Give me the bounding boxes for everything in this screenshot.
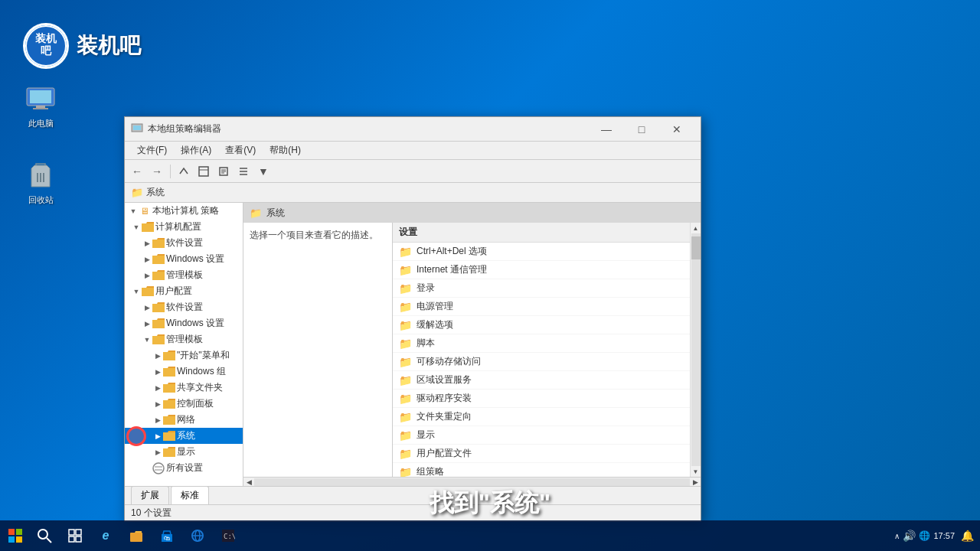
sw2-folder-icon [152, 302, 165, 313]
taskbar-icons: e 🛍 [58, 522, 245, 549]
start-button[interactable] [0, 520, 31, 551]
settings-item-display[interactable]: 📁 显示 [393, 426, 690, 445]
settings-item-user-profiles[interactable]: 📁 用户配置文件 [393, 445, 690, 463]
root-expand-icon: ▼ [128, 206, 139, 217]
ie-button[interactable] [184, 522, 211, 549]
settings-item-login[interactable]: 📁 登录 [393, 279, 690, 298]
tree-windows-settings-2[interactable]: ▶ Windows 设置 [125, 315, 243, 331]
edge-button[interactable]: e [92, 522, 119, 549]
file-explorer-button[interactable] [122, 522, 150, 549]
close-button[interactable]: ✕ [659, 117, 694, 142]
back-button[interactable]: ← [128, 162, 146, 181]
status-bar: 10 个设置 [125, 504, 701, 521]
svg-rect-29 [69, 536, 74, 542]
taskbar-clock[interactable]: 17:57 [933, 530, 955, 541]
settings-item-folder-redirect[interactable]: 📁 文件夹重定向 [393, 408, 690, 426]
filter-button[interactable]: ▼ [254, 162, 273, 181]
vertical-scrollbar[interactable]: ▲ ▼ [690, 223, 701, 477]
tree-system[interactable]: ▶ 系统 [125, 428, 243, 444]
tree-control-panel[interactable]: ▶ 控制面板 [125, 396, 243, 412]
right-split: 选择一个项目来查看它的描述。 设置 📁 Ctrl+Alt+Del 选项 [243, 223, 701, 477]
settings-item-script[interactable]: 📁 脚本 [393, 334, 690, 353]
settings-item-driver[interactable]: 📁 驱动程序安装 [393, 390, 690, 408]
hscroll-left-button[interactable]: ◀ [243, 478, 254, 487]
sw1-folder-icon [152, 238, 165, 249]
status-text: 10 个设置 [131, 507, 172, 520]
all-settings-label: 所有设置 [166, 461, 243, 474]
settings-item-removable[interactable]: 📁 可移动存储访问 [393, 353, 690, 371]
tree-user-config[interactable]: ▼ 用户配置 [125, 283, 243, 299]
tree-software-1[interactable]: ▶ 软件设置 [125, 235, 243, 251]
menu-help[interactable]: 帮助(H) [263, 142, 307, 158]
taskbar-speaker-icon[interactable]: 🔊 [903, 530, 916, 542]
content-area: ▼ 🖥 本地计算机 策略 ▼ 计算机配置 ▶ 软 [125, 203, 701, 486]
desktop-icon-pc[interactable]: 此电脑 [14, 84, 67, 129]
forward-button[interactable]: → [148, 162, 166, 181]
scroll-track [691, 233, 701, 466]
tree-windows-group[interactable]: ▶ Windows 组 [125, 364, 243, 380]
tree-display[interactable]: ▶ 显示 [125, 444, 243, 460]
scroll-up-button[interactable]: ▲ [691, 223, 701, 233]
item-label-7: 区域设置服务 [416, 373, 472, 386]
desktop-icon-recycle[interactable]: 回收站 [14, 161, 67, 206]
tree-start-menu[interactable]: ▶ "开始"菜单和 [125, 347, 243, 364]
scroll-thumb[interactable] [691, 236, 701, 259]
tree-software-2[interactable]: ▶ 软件设置 [125, 299, 243, 315]
taskbar-network-icon[interactable]: 🌐 [919, 530, 930, 541]
svg-rect-4 [30, 90, 51, 103]
tree-admin-templates-2[interactable]: ▼ 管理模板 [125, 331, 243, 347]
show-hide-button[interactable] [194, 162, 213, 181]
description-text: 选择一个项目来查看它的描述。 [250, 230, 378, 240]
menu-view[interactable]: 查看(V) [219, 142, 262, 158]
settings-item-power[interactable]: 📁 电源管理 [393, 298, 690, 316]
folder-icon-5: 📁 [399, 337, 412, 350]
hscroll-right-button[interactable]: ▶ [690, 478, 701, 487]
settings-item-internet[interactable]: 📁 Internet 通信管理 [393, 261, 690, 279]
menu-file[interactable]: 文件(F) [131, 142, 173, 158]
task-view-button[interactable] [61, 522, 89, 549]
all-settings-icon [152, 463, 165, 474]
right-panel: 📁 系统 选择一个项目来查看它的描述。 设置 📁 [243, 203, 701, 486]
maximize-button[interactable]: □ [624, 117, 659, 142]
tree-network[interactable]: ▶ 网络 [125, 412, 243, 428]
svg-rect-31 [130, 533, 142, 542]
menu-action[interactable]: 操作(A) [175, 142, 217, 158]
settings-item-regional[interactable]: 📁 区域设置服务 [393, 371, 690, 390]
pc-label: 此电脑 [28, 118, 54, 129]
tree-all-settings[interactable]: 所有设置 [125, 460, 243, 476]
settings-item-group-policy[interactable]: 📁 组策略 [393, 463, 690, 477]
settings-item-mitigation[interactable]: 📁 缓解选项 [393, 316, 690, 334]
svg-rect-6 [33, 108, 48, 109]
properties-button[interactable] [214, 162, 233, 181]
up-button[interactable] [175, 162, 193, 181]
cmd-button[interactable]: C:\ [214, 522, 242, 549]
address-bar: 📁 系统 [125, 183, 701, 203]
item-label-3: 电源管理 [416, 300, 453, 313]
toolbar: ← → [125, 160, 701, 183]
minimize-button[interactable]: — [589, 117, 624, 142]
tree-root[interactable]: ▼ 🖥 本地计算机 策略 [125, 203, 243, 219]
logo-area: 装机 吧 装机吧 [23, 23, 141, 69]
view-button[interactable] [234, 162, 253, 181]
horizontal-scrollbar: ◀ ▶ [243, 477, 701, 486]
tree-shared-folder[interactable]: ▶ 共享文件夹 [125, 380, 243, 396]
hscroll-track [254, 478, 690, 486]
folder-icon-4: 📁 [399, 319, 412, 331]
tab-standard[interactable]: 标准 [171, 486, 209, 504]
store-button[interactable]: 🛍 [153, 522, 181, 549]
tree-admin-templates-1[interactable]: ▶ 管理模板 [125, 267, 243, 283]
tree-windows-settings-1[interactable]: ▶ Windows 设置 [125, 251, 243, 267]
taskbar-up-arrow[interactable]: ∧ [894, 532, 900, 540]
tree-computer-config[interactable]: ▼ 计算机配置 [125, 219, 243, 235]
item-label-11: 用户配置文件 [416, 447, 472, 460]
svg-rect-24 [16, 536, 22, 543]
folder-icon-1: 📁 [399, 264, 412, 276]
computer-folder-icon [142, 222, 154, 233]
notification-button[interactable]: 🔔 [958, 530, 974, 542]
window-title: 本地组策略编辑器 [148, 122, 589, 135]
tab-expand[interactable]: 扩展 [131, 486, 169, 504]
svg-point-18 [153, 463, 164, 474]
search-button[interactable] [31, 522, 58, 549]
settings-item-ctrl-alt-del[interactable]: 📁 Ctrl+Alt+Del 选项 [393, 243, 690, 261]
scroll-down-button[interactable]: ▼ [691, 466, 701, 477]
